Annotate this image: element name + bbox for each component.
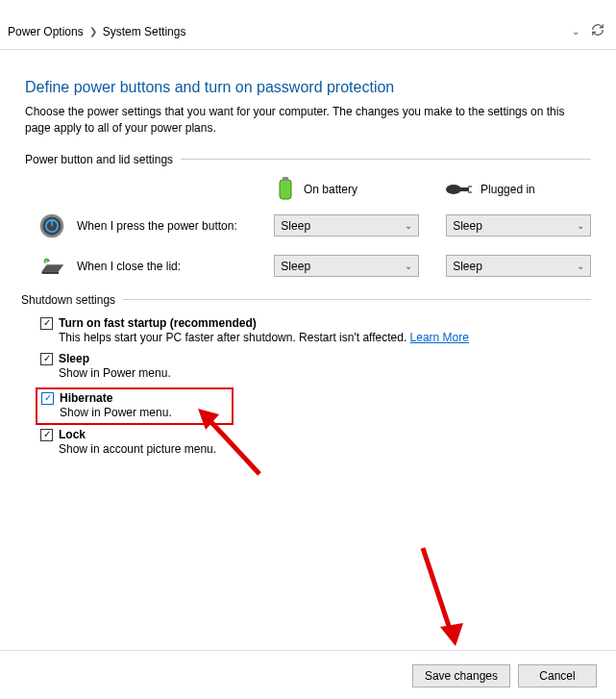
svg-rect-3 xyxy=(459,187,469,191)
svg-point-2 xyxy=(446,185,461,194)
page-title: Define power buttons and turn on passwor… xyxy=(25,79,591,96)
svg-marker-11 xyxy=(42,271,60,274)
section-power-button-lid: Power button and lid settings xyxy=(25,153,591,166)
highlight-hibernate: ✓ Hibernate Show in Power menu. xyxy=(36,387,234,425)
chevron-down-icon: ⌄ xyxy=(577,220,584,231)
row-close-lid: When I close the lid: Sleep⌄ Sleep⌄ xyxy=(25,253,591,280)
checkbox-lock[interactable]: ✓ xyxy=(40,429,53,441)
power-button-icon xyxy=(38,212,65,239)
chevron-right-icon: ❯ xyxy=(89,26,97,37)
svg-rect-4 xyxy=(468,186,472,187)
svg-marker-16 xyxy=(440,623,463,646)
power-button-plugged-select[interactable]: Sleep⌄ xyxy=(446,214,591,237)
chevron-down-icon: ⌄ xyxy=(405,261,412,271)
svg-rect-0 xyxy=(280,180,291,199)
breadcrumb-parent[interactable]: Power Options xyxy=(8,25,84,38)
svg-rect-5 xyxy=(468,191,472,193)
learn-more-link[interactable]: Learn More xyxy=(410,331,469,344)
svg-line-15 xyxy=(423,548,452,635)
checkbox-fast-startup[interactable]: ✓ xyxy=(40,317,53,330)
close-lid-plugged-select[interactable]: Sleep⌄ xyxy=(446,255,591,277)
check-sleep: ✓ Sleep Show in Power menu. xyxy=(40,352,591,384)
save-changes-button[interactable]: Save changes xyxy=(412,664,510,687)
chevron-down-icon[interactable]: ⌄ xyxy=(572,26,579,37)
section-shutdown: Shutdown settings xyxy=(21,293,591,307)
svg-rect-1 xyxy=(283,177,288,181)
cancel-button[interactable]: Cancel xyxy=(518,664,597,687)
plug-icon xyxy=(444,181,473,198)
svg-marker-10 xyxy=(42,264,64,271)
lid-icon xyxy=(38,253,65,280)
check-lock: ✓ Lock Show in account picture menu. xyxy=(40,428,591,460)
checkbox-hibernate[interactable]: ✓ xyxy=(41,392,54,405)
power-button-battery-select[interactable]: Sleep⌄ xyxy=(274,214,419,237)
row-power-button: When I press the power button: Sleep⌄ Sl… xyxy=(25,212,591,239)
button-bar: Save changes Cancel xyxy=(412,664,597,687)
address-bar: Power Options ❯ System Settings ⌄ xyxy=(0,13,616,50)
page-description: Choose the power settings that you want … xyxy=(25,104,591,137)
breadcrumb-current[interactable]: System Settings xyxy=(103,25,186,38)
chevron-down-icon: ⌄ xyxy=(577,261,584,271)
breadcrumb[interactable]: Power Options ❯ System Settings xyxy=(8,25,185,38)
close-lid-battery-select[interactable]: Sleep⌄ xyxy=(274,255,419,277)
refresh-icon[interactable] xyxy=(591,23,604,39)
battery-icon xyxy=(275,176,296,203)
checkbox-sleep[interactable]: ✓ xyxy=(40,353,53,365)
power-column-headers: On battery Plugged in xyxy=(25,176,591,203)
check-hibernate: ✓ Hibernate Show in Power menu. xyxy=(41,391,228,419)
chevron-down-icon: ⌄ xyxy=(405,220,412,231)
check-fast-startup: ✓ Turn on fast startup (recommended) Thi… xyxy=(40,316,591,348)
annotation-arrow-icon xyxy=(413,538,471,654)
